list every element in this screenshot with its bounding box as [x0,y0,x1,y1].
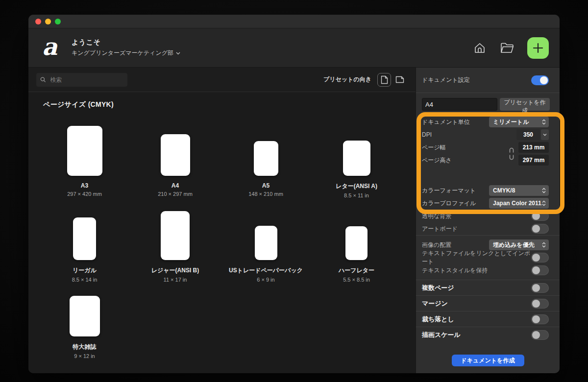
preset-name: A5 [262,182,270,189]
preset-name: USトレードペーパーバック [229,266,303,275]
color-format-label: カラーフォーマット [422,187,489,195]
section-title: ページサイズ (CMYK) [39,100,416,109]
image-placement-label: 画像の配置 [422,241,489,249]
home-icon[interactable] [472,41,487,55]
dpi-label: DPI [422,131,516,138]
preset-name: レター(ANSI A) [336,182,377,191]
preset-name: ハーフレター [339,266,374,275]
preset-dimensions: 9 × 12 in [74,353,95,359]
folder-icon[interactable] [500,41,514,55]
page-height-label: ページ高さ [422,156,518,165]
preset-grid: A3297 × 420 mmA4210 × 297 mmA5148 × 210 … [39,120,416,359]
create-document-button[interactable]: ドキュメントを作成 [452,355,524,366]
preset-card[interactable]: 特大雑誌9 × 12 in [39,293,130,359]
updown-chevron-icon [542,200,546,206]
settings-toggle-label: ドキュメント設定 [422,76,531,84]
plus-icon [533,43,543,53]
draw-scale-toggle[interactable] [531,330,549,340]
page-width-input[interactable]: 213 mm [518,142,549,153]
preset-card[interactable]: レジャー(ANSI B)11 × 17 in [130,211,220,283]
link-dimensions-icon[interactable] [508,146,515,162]
preset-card[interactable]: A5148 × 210 mm [220,120,311,198]
portrait-page-icon [381,75,388,84]
orientation-portrait-button[interactable] [377,73,391,87]
page-thumbnail [67,126,102,176]
image-placement-dropdown[interactable]: 埋め込みを優先 [489,239,549,250]
color-profile-label: カラープロファイル [422,199,489,208]
page-thumbnail-area [39,211,130,260]
search-input[interactable] [49,76,123,84]
preset-dimensions: 148 × 210 mm [248,191,283,197]
preset-card[interactable]: ハーフレター5.5 × 8.5 in [311,211,402,283]
chevron-down-icon [176,52,180,55]
app-window: a ようこそ キングプリンターズマーケティング部 [28,15,560,373]
draw-scale-section-label: 描画スケール [422,331,531,339]
search-box[interactable] [36,73,127,87]
preset-dimensions: 6 × 9 in [257,277,274,283]
preset-dimensions: 11 × 17 in [164,277,187,283]
close-window-button[interactable] [35,19,41,24]
artboard-toggle[interactable] [531,224,549,234]
welcome-header: a ようこそ キングプリンターズマーケティング部 [28,28,560,68]
affinity-logo-icon: a [42,37,63,59]
preset-name: A4 [172,182,179,189]
import-text-link-toggle[interactable] [531,253,549,263]
preset-dimensions: 8.5 × 11 in [344,192,369,198]
page-width-label: ページ幅 [422,143,518,152]
preset-dimensions: 297 × 420 mm [67,191,102,197]
multi-page-toggle[interactable] [531,283,549,293]
transparent-bg-toggle[interactable] [531,211,549,221]
preset-name: A3 [81,182,88,189]
unit-dropdown[interactable]: ミリメートル [489,117,549,127]
bleed-section-label: 裁ち落とし [422,315,531,324]
preset-dimensions: 5.5 × 8.5 in [343,277,370,283]
keep-text-styles-toggle[interactable] [531,265,549,275]
preset-card[interactable]: A4210 × 297 mm [130,120,220,198]
keep-text-styles-label: テキストスタイルを保持 [422,266,531,275]
page-thumbnail [73,217,96,260]
preset-browser: プリセットの向き ページサイズ (CMYK) A3297 × 420 mmA42… [28,68,416,373]
preset-name: 特大雑誌 [73,343,97,351]
color-format-dropdown[interactable]: CMYK/8 [489,185,549,196]
chevron-down-icon [541,129,549,140]
page-thumbnail-area [130,120,220,176]
artboard-label: アートボード [422,225,531,233]
page-thumbnail-area [311,211,402,260]
updown-chevron-icon [542,119,546,125]
page-thumbnail-area [39,120,130,176]
preset-card[interactable]: A3297 × 420 mm [39,120,130,198]
preset-card[interactable]: レター(ANSI A)8.5 × 11 in [311,120,402,198]
page-thumbnail [254,141,278,176]
new-document-button[interactable] [527,37,549,59]
orientation-label: プリセットの向き [323,75,371,84]
bleed-toggle[interactable] [531,314,549,324]
minimize-window-button[interactable] [45,19,51,24]
page-thumbnail [345,226,368,260]
dpi-combo[interactable]: 350 [516,129,549,140]
create-preset-button[interactable]: プリセットを作成 [500,98,550,111]
document-settings-toggle[interactable] [531,75,549,85]
unit-label: ドキュメント単位 [422,118,489,126]
updown-chevron-icon [542,188,546,193]
preset-card[interactable]: リーガル8.5 × 14 in [39,211,130,283]
page-thumbnail-area [220,211,311,260]
account-selector[interactable]: キングプリンターズマーケティング部 [72,49,180,57]
updown-chevron-icon [542,242,546,248]
preset-name: レジャー(ANSI B) [151,266,199,275]
page-thumbnail-area [220,120,311,176]
zoom-window-button[interactable] [55,19,61,24]
preset-dimensions: 210 × 297 mm [158,191,193,197]
margins-toggle[interactable] [531,299,549,309]
account-name: キングプリンターズマーケティング部 [72,49,173,57]
page-height-input[interactable]: 297 mm [518,155,549,166]
preset-name: リーガル [73,266,97,275]
multi-page-section-label: 複数ページ [422,284,531,292]
color-profile-dropdown[interactable]: Japan Color 2011... [489,198,549,209]
preset-card[interactable]: USトレードペーパーバック6 × 9 in [220,211,311,283]
import-text-link-label: テキストファイルをリンクとしてインポート [422,249,531,266]
preset-name-input[interactable] [422,98,497,111]
search-icon [40,76,46,83]
page-thumbnail [161,134,190,176]
page-thumbnail [70,296,100,336]
orientation-landscape-button[interactable] [393,73,407,87]
